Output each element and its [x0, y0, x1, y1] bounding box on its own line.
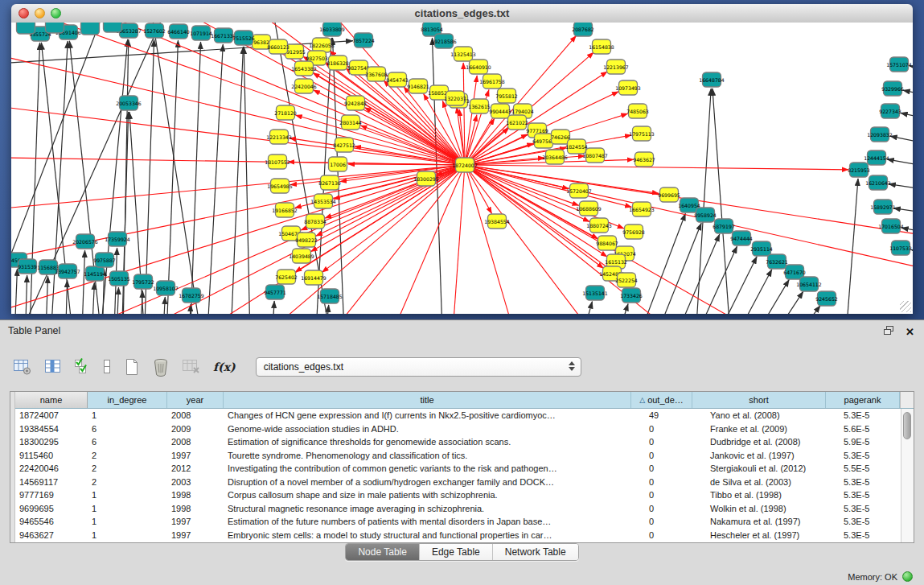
graph-node[interactable] [104, 23, 122, 32]
table-row[interactable]: 911546021997Tourette syndrome. Phenomeno… [15, 449, 914, 463]
graph-node[interactable]: 18300295 [413, 171, 439, 186]
memory-ok-indicator[interactable] [902, 571, 913, 582]
graph-edge[interactable] [161, 297, 165, 314]
create-new-document-icon[interactable] [124, 355, 140, 379]
graph-node[interactable]: 18724007 [452, 158, 478, 172]
graph-edge[interactable] [64, 280, 68, 314]
graph-node[interactable]: 1145194 [84, 266, 106, 281]
graph-node[interactable]: 12213967 [603, 60, 629, 74]
graph-node[interactable]: 7955812 [495, 89, 518, 103]
graph-node[interactable]: 8454743 [386, 72, 409, 87]
graph-node[interactable]: 15135141 [582, 286, 608, 300]
graph-node[interactable]: 14353534 [310, 194, 336, 208]
table-row[interactable]: 2242004622012Investigating the contribut… [15, 462, 914, 476]
graph-edge[interactable] [143, 39, 154, 314]
graph-node[interactable]: 16543382 [291, 61, 317, 76]
graph-edge[interactable] [571, 302, 592, 314]
graph-node[interactable]: 9227343 [879, 104, 901, 118]
graph-edge[interactable] [639, 223, 701, 314]
graph-node[interactable]: 1322037 [444, 91, 466, 105]
graph-node[interactable]: 20206576 [72, 234, 98, 249]
graph-edge[interactable] [80, 250, 85, 314]
graph-node[interactable]: 1733426 [620, 288, 643, 303]
graph-node[interactable]: 16154838 [589, 39, 614, 54]
graph-node[interactable]: 16654923 [629, 202, 655, 216]
graph-node[interactable]: 9975887 [93, 253, 116, 267]
graph-edge[interactable] [910, 66, 913, 76]
graph-node[interactable]: 9329966 [881, 81, 904, 96]
graph-node[interactable]: 8427512 [333, 138, 355, 152]
graph-node[interactable]: 19166852 [272, 203, 298, 217]
graph-node[interactable]: 10958107 [153, 281, 179, 295]
graph-node[interactable]: 1527602 [143, 23, 166, 38]
graph-edge[interactable] [189, 42, 201, 314]
tab-node-table[interactable]: Node Table [346, 544, 420, 560]
graph-edge[interactable] [714, 270, 772, 314]
row-height-icon[interactable] [102, 355, 112, 379]
graph-edge[interactable] [244, 47, 251, 314]
graph-edge[interactable] [229, 47, 243, 314]
graph-node[interactable]: 8186328 [326, 56, 349, 70]
graph-node[interactable]: 20053346 [116, 96, 142, 110]
graph-node[interactable]: 1505135 [108, 271, 130, 286]
graph-edge[interactable] [450, 165, 465, 314]
delete-table-icon[interactable] [182, 355, 201, 379]
tab-edge-table[interactable]: Edge Table [420, 544, 493, 560]
graph-node[interactable]: 17006 [329, 157, 347, 171]
table-row[interactable]: 946362711997Embryonic stem cells: a mode… [15, 529, 914, 542]
graph-edge[interactable] [145, 23, 207, 314]
graph-node[interactable]: 9756928 [622, 225, 645, 239]
window-titlebar[interactable]: citations_edges.txt [11, 4, 913, 23]
graph-node[interactable]: 15718485 [317, 289, 343, 303]
graph-edge[interactable] [465, 165, 579, 205]
graph-edge[interactable] [44, 276, 48, 314]
graph-node[interactable]: 16648784 [699, 72, 725, 87]
scrollbar-thumb[interactable] [903, 412, 911, 439]
graph-node[interactable]: 15720407 [566, 183, 592, 198]
delete-entry-icon[interactable] [152, 355, 170, 379]
graph-node[interactable]: 9146821 [407, 79, 429, 93]
table-row[interactable]: 969969511998Structural magnetic resonanc… [15, 502, 914, 516]
graph-node[interactable]: 16210643 [865, 175, 891, 190]
graph-node[interactable]: 20364486 [542, 150, 568, 164]
column-header-short[interactable]: short [692, 392, 826, 408]
graph-node[interactable]: 8878334 [304, 214, 326, 229]
zoom-window-button[interactable] [51, 8, 61, 19]
column-header-name[interactable]: name [15, 392, 88, 408]
column-header-title[interactable]: title [224, 392, 631, 408]
graph-node[interactable]: 18107552 [265, 154, 290, 169]
graph-node[interactable]: 17016504 [878, 219, 904, 233]
graph-node[interactable]: 9498222 [295, 233, 318, 247]
float-panel-icon[interactable] [883, 324, 894, 339]
graph-edge[interactable] [165, 40, 178, 314]
column-header-out-degree[interactable]: △out_de… [631, 392, 692, 408]
function-builder-icon[interactable]: f(x) [213, 355, 236, 379]
graph-node[interactable]: 9904443 [489, 104, 511, 118]
graph-node[interactable]: 9245652 [815, 291, 838, 306]
graph-node[interactable] [46, 23, 64, 33]
close-panel-icon[interactable]: ✕ [906, 326, 914, 338]
graph-node[interactable]: 10973493 [615, 80, 641, 95]
close-window-button[interactable] [18, 8, 29, 19]
graph-node[interactable]: 7857224 [352, 33, 375, 47]
graph-node[interactable]: 16914479 [301, 270, 326, 285]
graph-node[interactable] [17, 23, 35, 34]
table-row[interactable]: 1938455462009Genome-wide association stu… [15, 422, 914, 436]
graph-edge[interactable] [889, 184, 913, 196]
graph-node[interactable]: 19654985 [267, 179, 293, 193]
table-row[interactable]: 977716911998Corpus callosum shape and si… [15, 488, 914, 502]
table-options-icon[interactable] [13, 355, 32, 379]
graph-edge[interactable] [890, 136, 913, 151]
graph-node[interactable]: 16640910 [466, 60, 491, 74]
graph-node[interactable]: 16033809 [319, 23, 345, 36]
graph-edge[interactable] [901, 113, 913, 127]
graph-node[interactable]: 2087682 [572, 23, 594, 36]
table-row[interactable]: 1830029562008Estimation of significance … [15, 435, 914, 449]
graph-node[interactable]: 10688609 [576, 201, 602, 216]
graph-node[interactable]: 22420046 [291, 79, 317, 93]
graph-node[interactable]: 7632621 [766, 254, 788, 269]
graph-edge[interactable] [269, 301, 274, 314]
graph-node[interactable]: 17975113 [629, 126, 655, 141]
column-header-pagerank[interactable]: pagerank [826, 392, 900, 408]
graph-node[interactable]: 7485063 [626, 104, 649, 118]
